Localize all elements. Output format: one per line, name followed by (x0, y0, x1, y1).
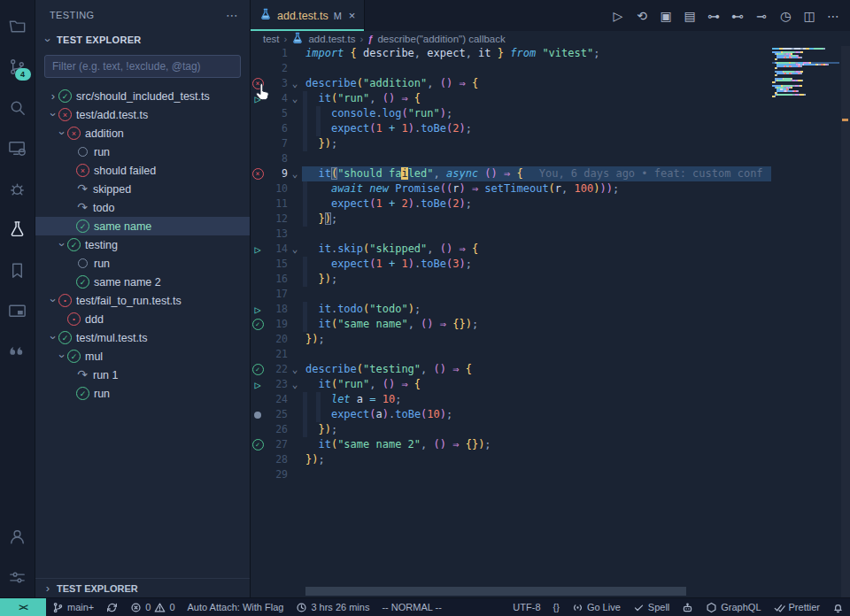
code-line-5[interactable]: 5 console.log("run"); (251, 106, 773, 121)
code-line-14[interactable]: ▷14⌄ it.skip("skipped", () ⇒ { (251, 242, 773, 257)
activity-bar-item-testing[interactable] (0, 209, 35, 250)
test-tree-item-test-mul-test-ts[interactable]: ›✓test/mul.test.ts (35, 328, 250, 347)
test-tree-item-run-1[interactable]: ↷run 1 (35, 366, 250, 384)
activity-bar-item-accounts[interactable] (0, 516, 35, 557)
fold-chevron-icon[interactable]: ⌄ (288, 76, 302, 91)
activity-bar-item-search[interactable] (0, 87, 35, 127)
test-tree-item-mul[interactable]: ›✓mul (35, 347, 250, 366)
test-filter-input[interactable] (44, 55, 241, 78)
code-editor[interactable]: 1import { describe, expect, it } from "v… (251, 46, 850, 597)
status-item-prettier[interactable]: Prettier (768, 598, 826, 616)
gutter-test-play-icon[interactable]: ▷ (251, 91, 265, 106)
code-line-23[interactable]: ▷23⌄ it("run", () ⇒ { (251, 377, 773, 392)
test-tree-item-todo[interactable]: ↷todo (35, 198, 250, 217)
code-line-24[interactable]: 24 let a = 10; (251, 392, 773, 407)
code-line-20[interactable]: 20}); (251, 332, 773, 347)
more-actions-icon[interactable]: ⋯ (825, 9, 841, 23)
breadcrumb-folder[interactable]: test (263, 34, 280, 44)
activity-bar-item-explorer[interactable] (0, 5, 35, 46)
timeline-icon[interactable]: ⟲ (634, 9, 650, 23)
test-tree-item-run[interactable]: ✓run (35, 384, 250, 403)
activity-bar-item-bookmarks[interactable] (0, 250, 35, 290)
activity-bar-item-remote-explorer[interactable] (0, 127, 35, 168)
status-item-spell[interactable]: Spell (627, 598, 676, 616)
code-line-13[interactable]: 13 (251, 227, 773, 242)
test-tree-item-addition[interactable]: ›×addition (35, 124, 250, 142)
code-line-12[interactable]: 12 }); (251, 212, 773, 227)
code-line-15[interactable]: 15 expect(1 + 1).toBe(3); (251, 257, 773, 272)
sidebar-more-actions-icon[interactable]: ⋯ (226, 8, 239, 22)
code-line-8[interactable]: 8 (251, 151, 773, 166)
code-line-21[interactable]: 21 (251, 347, 773, 362)
vertical-scrollbar[interactable] (841, 46, 850, 597)
test-tree-item-run[interactable]: run (35, 142, 250, 161)
horizontal-scrollbar[interactable] (305, 587, 686, 596)
breadcrumb-symbol[interactable]: describe("addition") callback (377, 34, 505, 44)
test-tree-item-run[interactable]: run (35, 254, 250, 273)
chevron-down-icon[interactable]: › (56, 240, 69, 250)
code-line-22[interactable]: ✓22⌄describe("testing", () ⇒ { (251, 362, 773, 377)
breadcrumb-file[interactable]: add.test.ts (308, 34, 355, 44)
run-tests-icon[interactable]: ▷ (610, 9, 626, 23)
code-line-6[interactable]: 6 expect(1 + 1).toBe(2); (251, 121, 773, 136)
test-tree-item-ddd[interactable]: •ddd (35, 310, 250, 328)
code-line-18[interactable]: ▷18 it.todo("todo"); (251, 302, 773, 317)
code-line-9[interactable]: ×9⌄ it("should failed", async () ⇒ {You,… (251, 166, 773, 181)
test-tree-item-skipped[interactable]: ↷skipped (35, 180, 250, 198)
code-line-26[interactable]: 26 }); (251, 422, 773, 437)
chevron-right-icon[interactable]: › (48, 89, 58, 103)
status-item-copilot[interactable] (676, 598, 699, 616)
code-line-3[interactable]: ×3⌄describe("addition", () ⇒ { (251, 76, 773, 91)
close-tab-icon[interactable]: × (349, 9, 356, 22)
status-item-notifications[interactable] (826, 598, 850, 616)
status-item-vim-mode[interactable]: -- NORMAL -- (375, 598, 447, 616)
inline-chat-end-icon[interactable]: ⊸ (753, 9, 769, 23)
chevron-down-icon[interactable]: › (47, 110, 60, 120)
status-item-auto-attach[interactable]: Auto Attach: With Flag (182, 598, 290, 616)
gutter-test-fail-icon[interactable]: × (251, 166, 265, 181)
open-preview-icon[interactable]: ▤ (682, 9, 698, 23)
activity-bar-item-screencast[interactable] (0, 290, 35, 331)
code-line-16[interactable]: 16 }); (251, 272, 773, 287)
tab-add-test-ts[interactable]: add.test.ts M × (251, 0, 365, 31)
fold-chevron-icon[interactable]: ⌄ (288, 362, 302, 377)
inline-chat-mid-icon[interactable]: ⊷ (730, 9, 746, 23)
gutter-test-pass-icon[interactable]: ✓ (251, 317, 265, 332)
test-tree-item-same-name[interactable]: ✓same name (35, 217, 250, 235)
gutter-test-pass-icon[interactable]: ✓ (251, 362, 265, 377)
code-line-29[interactable]: 29 (251, 467, 773, 482)
code-line-17[interactable]: 17 (251, 287, 773, 302)
section-header-test-explorer[interactable]: › TEST EXPLORER (35, 30, 250, 50)
chevron-down-icon[interactable]: › (47, 333, 60, 343)
chevron-down-icon[interactable]: › (56, 351, 69, 362)
status-item-language-mode[interactable]: {} (547, 598, 566, 616)
status-item-graphql[interactable]: GraphQL (699, 598, 767, 616)
test-tree-item-test-add-test-ts[interactable]: ›×test/add.test.ts (35, 105, 250, 124)
code-line-19[interactable]: ✓19 it("same name", () ⇒ {}); (251, 317, 773, 332)
open-changes-icon[interactable]: ▣ (658, 9, 674, 23)
code-line-7[interactable]: 7 }); (251, 136, 773, 151)
split-editor-icon[interactable]: ◫ (801, 9, 817, 23)
status-item-sync[interactable] (100, 598, 124, 616)
gutter-test-play-icon[interactable]: ▷ (251, 377, 265, 392)
status-item-remote[interactable]: >< (0, 598, 46, 616)
fold-chevron-icon[interactable]: ⌄ (288, 377, 302, 392)
code-line-11[interactable]: 11 expect(1 + 2).toBe(2); (251, 196, 773, 212)
gutter-test-play-icon[interactable]: ▷ (251, 302, 265, 317)
status-item-timer[interactable]: 3 hrs 26 mins (290, 598, 375, 616)
code-line-1[interactable]: 1import { describe, expect, it } from "v… (251, 46, 773, 61)
test-tree-item-src-should-included-test-ts[interactable]: ›✓src/should_included_test.ts (35, 87, 250, 105)
chevron-down-icon[interactable]: › (56, 128, 69, 139)
chevron-down-icon[interactable]: › (47, 296, 60, 306)
gutter-test-fail-icon[interactable]: × (251, 76, 265, 91)
fold-chevron-icon[interactable]: ⌄ (288, 242, 302, 257)
section-header-test-explorer-collapsed[interactable]: › TEST EXPLORER (35, 578, 250, 597)
code-line-10[interactable]: 10 await new Promise((r) ⇒ setTimeout(r,… (251, 181, 773, 196)
activity-bar-item-run-and-debug[interactable] (0, 168, 35, 209)
test-tree-item-should-failed[interactable]: ×should failed (35, 161, 250, 180)
inline-chat-start-icon[interactable]: ⊶ (706, 9, 722, 23)
status-item-git-branch[interactable]: main+ (46, 598, 100, 616)
code-line-4[interactable]: ▷4⌄ it("run", () ⇒ { (251, 91, 773, 106)
code-line-27[interactable]: ✓27 it("same name 2", () ⇒ {}); (251, 437, 773, 452)
run-or-debug-icon[interactable]: ◷ (777, 9, 793, 23)
